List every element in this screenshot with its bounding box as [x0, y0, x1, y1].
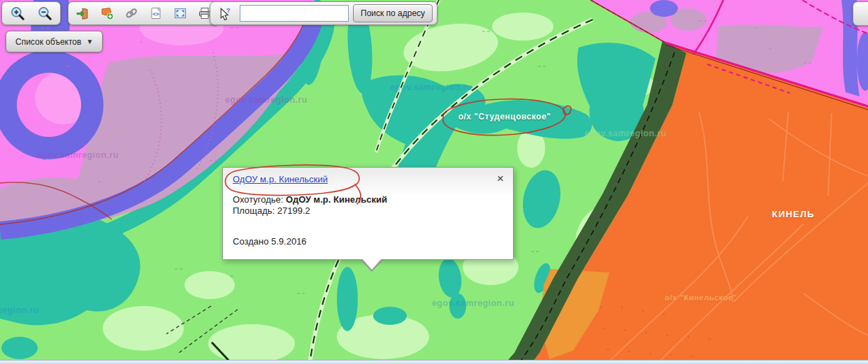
link-button[interactable]	[120, 3, 143, 23]
objects-list-button[interactable]: Список объектов ▼	[6, 31, 103, 52]
address-search-button[interactable]: Поиск по адресу	[353, 4, 433, 22]
toolbar-search-group: ? Поиск по адресу	[210, 1, 437, 25]
toolbar-zoom-group	[1, 1, 61, 25]
enter-button[interactable]	[71, 3, 94, 23]
popup-field-hunting: Охотугодье: ОдОУ м.р. Кинельский	[233, 194, 503, 205]
expand-arrows-icon	[173, 6, 187, 20]
add-object-button[interactable]	[96, 3, 118, 23]
identify-button[interactable]: ?	[215, 3, 236, 23]
zoom-in-button[interactable]	[5, 3, 30, 23]
toolbar-tools-group: <>	[68, 1, 219, 25]
cursor-question-icon: ?	[218, 6, 233, 21]
map-bottom-edge	[0, 360, 868, 364]
svg-text:?: ?	[226, 6, 230, 14]
popup-tail-inner	[361, 258, 382, 270]
magnifier-plus-icon	[10, 6, 25, 21]
popup-created: Создано 5.9.2016	[233, 236, 503, 247]
popup-title-link[interactable]: ОдОУ м.р. Кинельский	[233, 174, 328, 184]
info-popup: ОдОУ м.р. Кинельский × Охотугодье: ОдОУ …	[222, 167, 514, 260]
map-application: egov.samregion.ru egov.samregion.ru egov…	[0, 0, 868, 364]
magnifier-minus-icon	[37, 6, 52, 21]
popup-field-area: Площадь: 27199.2	[233, 205, 503, 217]
zoom-out-button[interactable]	[32, 3, 57, 23]
objects-list-label: Список объектов	[15, 37, 81, 47]
popup-field-hunting-value: ОдОУ м.р. Кинельский	[286, 194, 387, 205]
embed-code-button[interactable]: <>	[145, 3, 167, 23]
corner-panel[interactable]	[853, 1, 868, 26]
address-search-input[interactable]	[240, 5, 349, 22]
popup-body: Охотугодье: ОдОУ м.р. Кинельский Площадь…	[223, 184, 513, 247]
popup-field-hunting-label: Охотугодье:	[233, 194, 283, 205]
popup-field-area-label: Площадь:	[233, 205, 275, 216]
caret-down-icon: ▼	[86, 38, 93, 45]
svg-text:<>: <>	[152, 11, 159, 17]
close-icon[interactable]: ×	[497, 173, 504, 184]
popup-field-area-value: 27199.2	[277, 205, 310, 216]
door-arrow-icon	[75, 6, 89, 20]
add-polygon-plus-icon	[100, 6, 114, 20]
fullscreen-button[interactable]	[169, 3, 191, 23]
code-page-icon: <>	[149, 6, 163, 20]
chain-link-icon	[124, 6, 138, 20]
